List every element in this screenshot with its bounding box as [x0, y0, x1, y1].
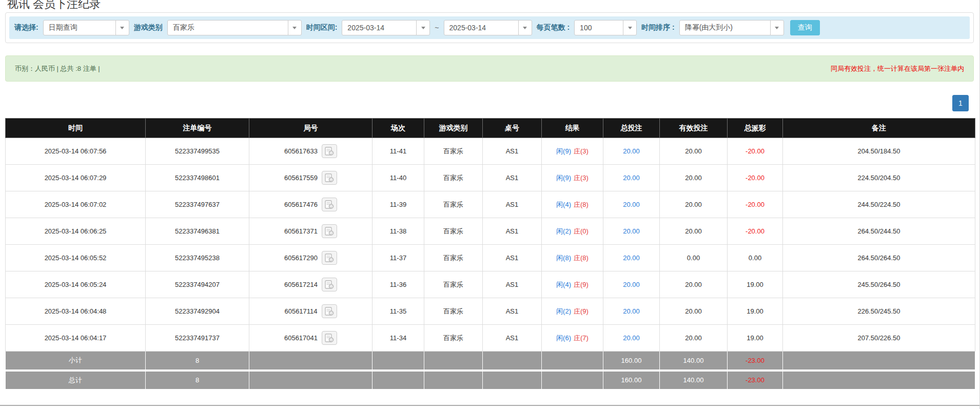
- payout-cell: 19.00: [728, 298, 783, 325]
- video-replay-icon[interactable]: [322, 331, 337, 345]
- banker-result: 庄(3): [574, 147, 589, 155]
- page-size-label: 每页笔数 :: [537, 23, 570, 32]
- video-replay-icon[interactable]: [322, 171, 337, 185]
- payout-cell: -20.00: [728, 138, 783, 165]
- video-replay-icon[interactable]: [322, 251, 337, 265]
- page-button-1[interactable]: 1: [952, 95, 969, 111]
- player-result: 闲(4): [556, 281, 571, 288]
- game-cell: 百家乐: [424, 245, 483, 271]
- footer-valid-bet: 140.00: [660, 371, 728, 389]
- banker-result: 庄(7): [574, 334, 589, 342]
- column-header: 局号: [249, 119, 373, 138]
- table-no-cell: AS1: [483, 218, 542, 245]
- footer-empty: [783, 352, 975, 371]
- footer-label: 小计: [6, 352, 146, 371]
- time-cell: 2025-03-14 06:04:48: [6, 298, 146, 325]
- video-replay-icon[interactable]: [322, 144, 337, 158]
- remark-cell: 264.50/264.50: [783, 245, 975, 271]
- remark-cell: 264.50/244.50: [783, 218, 975, 245]
- grand-total-row: 总计8160.00140.00-23.00: [6, 371, 975, 389]
- footer-empty: [373, 352, 424, 371]
- session-cell: 11-34: [373, 325, 424, 352]
- currency-total-text: 币别：人民币 | 总共 :8 注单 |: [15, 64, 100, 73]
- page-size-select[interactable]: 100: [574, 20, 637, 35]
- player-result: 闲(4): [556, 201, 571, 208]
- banker-result: 庄(0): [574, 227, 589, 235]
- result-cell: 闲(4)庄(9): [542, 271, 603, 298]
- game-cell: 百家乐: [424, 218, 483, 245]
- game-cell: 百家乐: [424, 271, 483, 298]
- bet-id-cell: 522337497637: [146, 191, 249, 218]
- video-replay-icon[interactable]: [322, 278, 337, 291]
- result-cell: 闲(6)庄(7): [542, 325, 603, 352]
- session-cell: 11-39: [373, 191, 424, 218]
- game-cell: 百家乐: [424, 325, 483, 352]
- video-replay-icon[interactable]: [322, 224, 337, 238]
- footer-count: 8: [146, 371, 249, 389]
- round-number: 605617114: [284, 307, 317, 315]
- column-header: 桌号: [483, 119, 542, 138]
- valid-bet-cell: 20.00: [660, 218, 728, 245]
- query-button[interactable]: 查询: [790, 20, 820, 35]
- game-category-select[interactable]: 百家乐: [167, 20, 302, 35]
- column-header: 结果: [542, 119, 603, 138]
- payout-cell: -20.00: [728, 191, 783, 218]
- footer-empty: [249, 352, 373, 371]
- footer-payout: -23.00: [728, 371, 783, 389]
- time-sort-select[interactable]: 降幂(由大到小): [679, 20, 784, 35]
- total-bet-link[interactable]: 20.00: [623, 307, 640, 315]
- column-header: 场次: [373, 119, 424, 138]
- payout-cell: -20.00: [728, 218, 783, 245]
- video-replay-icon[interactable]: [322, 198, 337, 211]
- game-category-value: 百家乐: [168, 21, 288, 35]
- pagination: 1: [952, 95, 969, 111]
- total-bet-link[interactable]: 20.00: [623, 227, 640, 235]
- total-bet-link[interactable]: 20.00: [623, 147, 640, 155]
- table-row: 2025-03-14 06:04:17 522337491737 6056170…: [6, 325, 975, 352]
- table-body: 2025-03-14 06:07:56 522337499535 6056176…: [6, 138, 975, 352]
- total-bet-link[interactable]: 20.00: [623, 334, 640, 342]
- round-cell: 605617476: [249, 191, 373, 218]
- column-header: 总派彩: [728, 119, 783, 138]
- bet-id-cell: 522337491737: [146, 325, 249, 352]
- round-cell: 605617371: [249, 218, 373, 245]
- query-type-select[interactable]: 日期查询: [43, 20, 129, 35]
- total-bet-link[interactable]: 20.00: [623, 281, 640, 288]
- total-bet-cell: 20.00: [603, 298, 660, 325]
- session-cell: 11-37: [373, 245, 424, 271]
- date-from-value: 2025-03-14: [342, 21, 416, 35]
- date-to-select[interactable]: 2025-03-14: [444, 20, 532, 35]
- footer-label: 总计: [6, 371, 146, 389]
- footer-empty: [483, 371, 542, 389]
- valid-bet-cell: 20.00: [660, 325, 728, 352]
- round-cell: 605617041: [249, 325, 373, 352]
- bet-id-cell: 522337499535: [146, 138, 249, 165]
- table-no-cell: AS1: [483, 245, 542, 271]
- video-replay-icon[interactable]: [322, 304, 337, 318]
- table-row: 2025-03-14 06:05:52 522337495238 6056172…: [6, 245, 975, 271]
- valid-bet-cell: 20.00: [660, 271, 728, 298]
- footer-empty: [424, 352, 483, 371]
- banker-result: 庄(8): [574, 201, 589, 208]
- player-result: 闲(8): [556, 254, 571, 262]
- payout-cell: 19.00: [728, 271, 783, 298]
- table-row: 2025-03-14 06:05:24 522337494207 6056172…: [6, 271, 975, 298]
- window-bottom-edge: [0, 405, 980, 406]
- table-no-cell: AS1: [483, 165, 542, 191]
- chevron-down-icon: [518, 21, 532, 35]
- table-header-row: 时间注单编号局号场次游戏类别桌号结果总投注有效投注总派彩备注: [6, 119, 975, 138]
- chevron-down-icon: [770, 21, 783, 35]
- total-bet-cell: 20.00: [603, 165, 660, 191]
- total-bet-link[interactable]: 20.00: [623, 254, 640, 262]
- select-type-label: 请选择:: [14, 23, 38, 32]
- time-range-label: 时间区间:: [306, 23, 338, 32]
- payout-cell: 0.00: [728, 245, 783, 271]
- total-bet-link[interactable]: 20.00: [623, 201, 640, 208]
- result-cell: 闲(9)庄(3): [542, 165, 603, 191]
- time-cell: 2025-03-14 06:07:29: [6, 165, 146, 191]
- column-header: 时间: [6, 119, 146, 138]
- column-header: 总投注: [603, 119, 660, 138]
- round-cell: 605617633: [249, 138, 373, 165]
- total-bet-link[interactable]: 20.00: [623, 174, 640, 182]
- date-from-select[interactable]: 2025-03-14: [342, 20, 430, 35]
